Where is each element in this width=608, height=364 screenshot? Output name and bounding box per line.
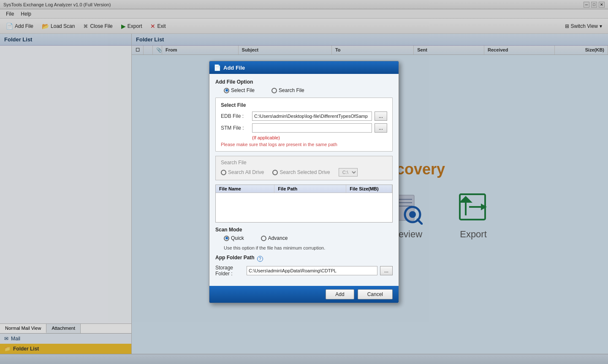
edb-input[interactable]: [252, 111, 372, 121]
edb-file-row: EDB File : ...: [221, 111, 387, 121]
select-file-radio-circle: [224, 88, 229, 93]
search-selected-drive-radio[interactable]: Search Selected Drive: [272, 169, 330, 175]
advance-radio-circle: [261, 236, 266, 241]
file-list-header: File Name File Path File Size(MB): [216, 185, 392, 193]
quick-scan-radio[interactable]: Quick: [224, 235, 244, 241]
advance-radio-label: Advance: [268, 235, 288, 241]
select-file-title: Select File: [221, 102, 387, 108]
app-folder-label: App Folder Path: [215, 255, 255, 261]
search-file-radio[interactable]: Search File: [271, 87, 304, 93]
search-file-title: Search File: [221, 160, 387, 166]
file-list-table: File Name File Path File Size(MB): [215, 185, 393, 223]
add-file-option-radios: Select File Search File: [215, 87, 393, 93]
file-list-body: [216, 193, 392, 220]
dialog-body: Add File Option Select File Search File …: [209, 74, 399, 286]
stm-input[interactable]: [252, 123, 372, 133]
stm-label: STM File :: [221, 125, 250, 131]
dialog-overlay: 📄 Add File Add File Option Select File S…: [0, 0, 608, 364]
search-file-section: Search File Search All Drive Search Sele…: [215, 156, 393, 180]
search-all-drive-label: Search All Drive: [228, 169, 264, 175]
dialog-title-icon: 📄: [214, 64, 221, 71]
fl-col-name: File Name: [216, 185, 274, 193]
storage-folder-row: Storage Folder : ...: [215, 265, 393, 277]
scan-mode-label: Scan Mode: [215, 227, 393, 233]
scan-hint: Use this option if the file has minimum …: [224, 245, 393, 250]
stm-file-row: STM File : ...: [221, 123, 387, 133]
search-all-drive-circle: [221, 170, 226, 175]
search-file-radio-circle: [271, 88, 277, 93]
select-file-radio[interactable]: Select File: [224, 87, 255, 93]
drive-select[interactable]: C:\: [339, 168, 358, 177]
add-file-option-label: Add File Option: [215, 79, 393, 85]
storage-folder-input[interactable]: [247, 266, 377, 275]
if-applicable-text: (If applicable): [252, 135, 387, 140]
edb-label: EDB File :: [221, 113, 250, 119]
dialog-footer: Add Cancel: [209, 286, 399, 303]
storage-browse-btn[interactable]: ...: [380, 266, 393, 275]
cancel-btn[interactable]: Cancel: [358, 289, 393, 299]
stm-browse-btn[interactable]: ...: [375, 123, 387, 133]
search-selected-drive-circle: [272, 170, 278, 175]
fl-col-path: File Path: [274, 185, 346, 193]
dialog-titlebar: 📄 Add File: [209, 61, 399, 74]
quick-radio-label: Quick: [231, 235, 244, 241]
select-file-section: Select File EDB File : ... STM File : ..…: [215, 98, 393, 152]
search-radio-row: Search All Drive Search Selected Drive C…: [221, 168, 387, 177]
quick-radio-circle: [224, 236, 229, 241]
storage-folder-label: Storage Folder :: [215, 265, 244, 277]
app-folder-section: App Folder Path ? Storage Folder : ...: [215, 255, 393, 277]
select-file-radio-label: Select File: [231, 87, 255, 93]
search-all-drive-radio[interactable]: Search All Drive: [221, 169, 264, 175]
edb-browse-btn[interactable]: ...: [375, 111, 387, 121]
add-btn[interactable]: Add: [326, 289, 354, 299]
warning-message: Please make sure that logs are present i…: [221, 142, 387, 147]
add-file-dialog: 📄 Add File Add File Option Select File S…: [209, 61, 399, 303]
search-file-radio-label: Search File: [279, 87, 304, 93]
scan-mode-radios: Quick Advance: [215, 235, 393, 241]
dialog-title: Add File: [223, 65, 245, 71]
scan-mode-section: Scan Mode Quick Advance Use this option …: [215, 227, 393, 250]
advance-scan-radio[interactable]: Advance: [261, 235, 288, 241]
search-selected-drive-label: Search Selected Drive: [280, 169, 330, 175]
app-folder-help-icon[interactable]: ?: [257, 256, 263, 262]
fl-col-size: File Size(MB): [346, 185, 392, 193]
